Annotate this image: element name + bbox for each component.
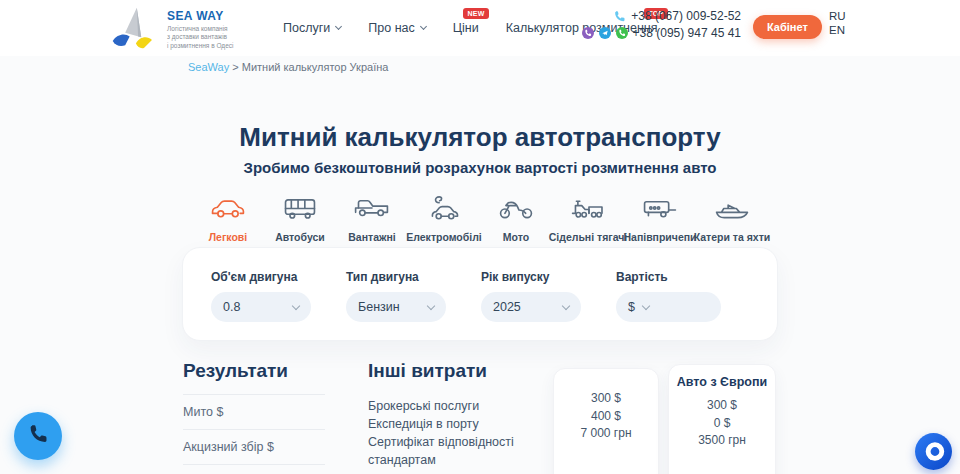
select-4[interactable]: $ xyxy=(616,292,721,322)
field-1: Об'єм двигуна0.8 xyxy=(211,270,346,340)
tab-label: Катери та яхти xyxy=(694,231,771,243)
tab-buses[interactable]: Автобуси xyxy=(264,195,336,243)
select-3[interactable]: 2025 xyxy=(481,292,581,322)
contact-row: +38 (095) 947 45 41 xyxy=(582,26,741,40)
other-cost-item: Експедиція в порту xyxy=(368,415,563,433)
result-item: Мито $ xyxy=(183,395,325,430)
logo[interactable]: SEA WAY Логістична компанія з доставки в… xyxy=(110,6,233,53)
vehicle-type-tabs: ЛегковіАвтобусиВантажніЕлектромобіліМото… xyxy=(192,195,768,243)
other-cost-item: Брокерські послуги xyxy=(368,397,563,415)
select-value: Бензин xyxy=(358,300,400,314)
whatsapp-icon[interactable] xyxy=(616,27,628,39)
yacht-icon xyxy=(712,195,752,226)
results-title: Результати xyxy=(183,360,325,382)
motorcycle-icon xyxy=(496,195,536,226)
price-card-1: 300 $400 $7 000 грн xyxy=(553,368,659,474)
select-value: 2025 xyxy=(493,300,521,314)
page-title: Митний калькулятор автотранспорту xyxy=(0,122,960,153)
car-icon xyxy=(208,195,248,226)
chevron-down-icon xyxy=(420,23,427,30)
field-label: Вартість xyxy=(616,270,751,284)
main-content: SeaWay > Митний калькулятор Україна Митн… xyxy=(0,56,960,474)
chevron-down-icon xyxy=(292,302,300,310)
logo-title: SEA WAY xyxy=(167,9,233,23)
price-value: 7 000 грн xyxy=(554,425,658,443)
tab-semitrailers[interactable]: Напівпричепи xyxy=(624,195,696,243)
phone-icon xyxy=(27,423,49,449)
tab-moto[interactable]: Мото xyxy=(480,195,552,243)
tab-label: Автобуси xyxy=(275,231,325,243)
cabinet-button[interactable]: Кабінет xyxy=(753,15,822,39)
semi-truck-icon xyxy=(568,195,608,226)
logo-tagline: Логістична компанія з доставки вантажів … xyxy=(167,25,233,51)
chat-icon xyxy=(915,456,952,473)
breadcrumb-home-link[interactable]: SeaWay xyxy=(188,61,229,73)
phone-fab-button[interactable] xyxy=(14,412,62,460)
language-switcher: RU EN xyxy=(829,10,846,36)
tab-label: Легкові xyxy=(209,231,247,243)
price-value: 300 $ xyxy=(669,397,775,415)
select-value: 0.8 xyxy=(223,300,240,314)
nav-item-1[interactable]: Послуги xyxy=(283,21,341,35)
field-2: Тип двигунаБензин xyxy=(346,270,481,340)
select-value: $ xyxy=(628,300,635,314)
lang-en[interactable]: EN xyxy=(829,24,846,36)
tab-label: Сідельні тягачі xyxy=(549,231,628,243)
truck-icon xyxy=(352,195,392,226)
phone-number[interactable]: +38 (095) 947 45 41 xyxy=(633,26,741,40)
trailer-icon xyxy=(640,195,680,226)
tab-electric[interactable]: Електромобілі xyxy=(408,195,480,243)
other-costs-list: Брокерські послугиЕкспедиція в портуСерт… xyxy=(368,397,563,469)
bottom-section: Результати Мито $Акцизний збір $ Інші ви… xyxy=(0,360,960,474)
other-costs-title: Інші витрати xyxy=(368,360,563,382)
header: SEA WAY Логістична компанія з доставки в… xyxy=(0,0,960,56)
breadcrumb-separator: > xyxy=(232,61,238,73)
nav-item-label: Про нас xyxy=(368,21,414,35)
price-card-title: Авто з Європи xyxy=(669,375,775,389)
page-subtitle: Зробимо безкоштовний розрахунок вартості… xyxy=(0,159,960,176)
tab-trucks[interactable]: Вантажні xyxy=(336,195,408,243)
tab-label: Напівпричепи xyxy=(623,231,696,243)
field-label: Об'єм двигуна xyxy=(211,270,346,284)
breadcrumb: SeaWay > Митний калькулятор Україна xyxy=(188,61,388,73)
calculator-form-card: Об'єм двигуна0.8Тип двигунаБензинРік вип… xyxy=(182,247,778,341)
price-value: 300 $ xyxy=(554,390,658,408)
nav-badge: NEW xyxy=(463,8,488,19)
result-item: Акцизний збір $ xyxy=(183,430,325,465)
tab-boats[interactable]: Катери та яхти xyxy=(696,195,768,243)
tab-cars[interactable]: Легкові xyxy=(192,195,264,243)
header-contacts: +38 (067) 009-52-52+38 (095) 947 45 41 xyxy=(582,9,741,40)
nav-item-label: Ціни xyxy=(453,21,479,35)
other-cost-item: Сертифікат відповідності стандартам xyxy=(368,433,563,469)
price-value: 400 $ xyxy=(554,408,658,426)
breadcrumb-current: Митний калькулятор Україна xyxy=(242,61,389,73)
chevron-down-icon xyxy=(562,302,570,310)
price-value: 0 $ xyxy=(669,415,775,433)
other-costs-section: Інші витрати Брокерські послугиЕкспедиці… xyxy=(368,360,563,474)
lang-ru[interactable]: RU xyxy=(829,10,846,22)
results-section: Результати Мито $Акцизний збір $ xyxy=(183,360,325,465)
seaway-logo-icon xyxy=(110,6,160,53)
field-label: Рік випуску xyxy=(481,270,616,284)
field-4: Вартість$ xyxy=(616,270,751,340)
chat-widget-button[interactable] xyxy=(915,433,952,470)
telegram-icon[interactable] xyxy=(599,27,611,39)
tab-tractors[interactable]: Сідельні тягачі xyxy=(552,195,624,243)
price-card-2: Авто з Європи300 $0 $3500 грн xyxy=(668,364,776,474)
nav-item-3[interactable]: ЦіниNEW xyxy=(453,21,479,35)
field-label: Тип двигуна xyxy=(346,270,481,284)
nav-item-2[interactable]: Про нас xyxy=(368,21,425,35)
select-1[interactable]: 0.8 xyxy=(211,292,311,322)
chevron-down-icon xyxy=(642,302,650,310)
phone-number[interactable]: +38 (067) 009-52-52 xyxy=(631,9,741,23)
field-3: Рік випуску2025 xyxy=(481,270,616,340)
chevron-down-icon xyxy=(427,302,435,310)
nav-item-label: Послуги xyxy=(283,21,330,35)
viber-icon[interactable] xyxy=(582,27,594,39)
price-value: 3500 грн xyxy=(669,432,775,450)
bus-icon xyxy=(280,195,320,226)
phone-icon[interactable] xyxy=(613,10,626,23)
tab-label: Електромобілі xyxy=(406,231,482,243)
select-2[interactable]: Бензин xyxy=(346,292,446,322)
tab-label: Мото xyxy=(503,231,529,243)
